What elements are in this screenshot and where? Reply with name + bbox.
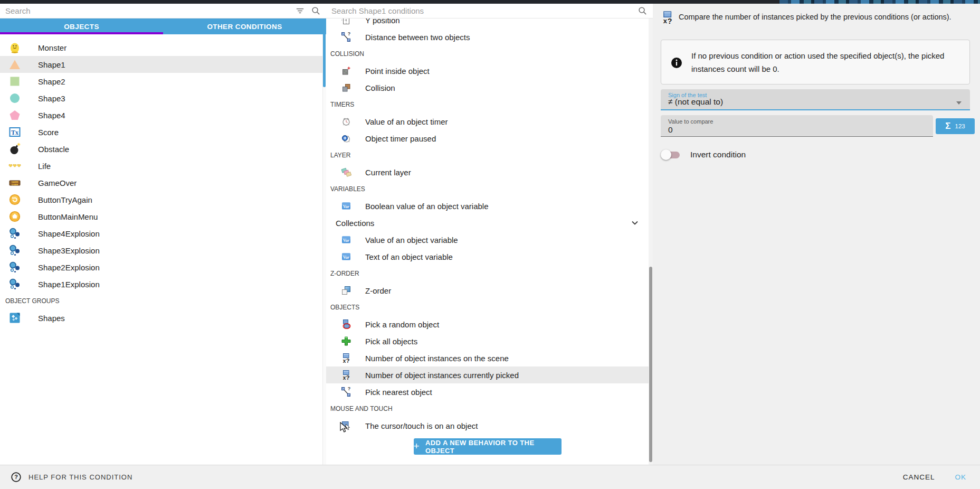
- invert-condition-label: Invert condition: [690, 150, 746, 159]
- sign-of-test-select[interactable]: Sign of the test ≠ (not equal to): [661, 89, 970, 110]
- background-window-icons: [779, 0, 980, 4]
- help-button[interactable]: ? HELP FOR THIS CONDITION: [11, 472, 132, 483]
- condition-item[interactable]: Point inside object: [326, 62, 649, 79]
- accordion-label: Collections: [336, 219, 374, 228]
- dialog-footer: ? HELP FOR THIS CONDITION CANCEL OK: [0, 465, 980, 489]
- condition-group-header: TIMERS: [326, 96, 649, 113]
- condition-item[interactable]: Value of an object timer: [326, 113, 649, 130]
- square-icon: [8, 75, 21, 88]
- condition-accordion-collections[interactable]: Collections: [326, 214, 649, 231]
- help-label: HELP FOR THIS CONDITION: [28, 473, 132, 481]
- condition-label: Collision: [365, 83, 395, 92]
- condition-label: Pick a random object: [365, 320, 439, 329]
- object-item[interactable]: Shape2Explosion: [0, 259, 323, 276]
- condition-label: Text of an object variable: [365, 252, 453, 261]
- condition-item[interactable]: VarValue of an object variable: [326, 231, 649, 248]
- svg-text:?: ?: [346, 374, 350, 380]
- condition-item[interactable]: ?Pick nearest object: [326, 383, 649, 400]
- object-item[interactable]: Monster: [0, 39, 323, 56]
- instances-count-icon: x?: [341, 370, 351, 380]
- value-to-compare-field[interactable]: Value to compare: [661, 115, 933, 137]
- instances-count-icon: x?: [341, 353, 351, 363]
- gameover-banner-icon: GAMEOVER: [8, 176, 21, 189]
- condition-label: Value of an object variable: [365, 236, 458, 245]
- condition-label: The cursor/touch is on an object: [365, 421, 478, 430]
- add-behavior-button[interactable]: +ADD A NEW BEHAVIOR TO THE OBJECT: [414, 438, 562, 455]
- object-item[interactable]: Shape4Explosion: [0, 225, 323, 242]
- search-icon[interactable]: [310, 6, 321, 16]
- condition-group-header: COLLISION: [326, 45, 649, 62]
- hearts-icon: [8, 159, 21, 172]
- object-item[interactable]: GAMEOVERGameOver: [0, 174, 323, 191]
- plus-icon: +: [414, 440, 420, 452]
- svg-text:Var: Var: [343, 204, 350, 209]
- condition-item[interactable]: VarBoolean value of an object variable: [326, 198, 649, 214]
- svg-text:?: ?: [346, 358, 350, 363]
- condition-item[interactable]: Pick all objects: [326, 333, 649, 350]
- object-group-item[interactable]: Shapes: [0, 309, 323, 326]
- condition-label: Pick nearest object: [365, 388, 432, 397]
- conditions-scrollbar-thumb[interactable]: [649, 267, 652, 462]
- object-label: ButtonMainMenu: [38, 212, 98, 221]
- object-item[interactable]: Life: [0, 157, 323, 174]
- object-item[interactable]: Shape1: [0, 56, 323, 73]
- condition-item[interactable]: Current layer: [326, 164, 649, 181]
- object-item[interactable]: Shape2: [0, 73, 323, 90]
- distance-icon: ?: [341, 32, 351, 42]
- object-label: Shape1: [38, 60, 65, 69]
- object-item[interactable]: Shape3Explosion: [0, 242, 323, 259]
- value-to-compare-input[interactable]: [668, 125, 921, 135]
- ok-button[interactable]: OK: [955, 473, 966, 481]
- condition-item[interactable]: The cursor/touch is on an object: [326, 417, 649, 434]
- object-label: Obstacle: [38, 145, 69, 154]
- cancel-button[interactable]: CANCEL: [903, 473, 935, 481]
- condition-group-header: OBJECTS: [326, 299, 649, 316]
- object-label: Monster: [38, 43, 66, 52]
- toggle-knob: [661, 149, 671, 160]
- conditions-panel: Y position?Distance between two objectsC…: [326, 4, 653, 465]
- object-label: Score: [38, 128, 59, 137]
- object-item[interactable]: Shape4: [0, 107, 323, 124]
- svg-text:?: ?: [14, 474, 18, 480]
- variable-icon: Var: [341, 234, 351, 245]
- condition-item[interactable]: Z-order: [326, 282, 649, 299]
- tab-other-conditions[interactable]: OTHER CONDITIONS: [163, 18, 326, 34]
- search-icon[interactable]: [637, 6, 648, 16]
- condition-label: Object timer paused: [365, 134, 436, 143]
- svg-text:?: ?: [348, 387, 351, 391]
- object-label: Shape3: [38, 94, 65, 103]
- condition-search-input[interactable]: [326, 6, 637, 15]
- object-group-icon: [8, 312, 21, 324]
- object-item[interactable]: ButtonMainMenu: [0, 208, 323, 225]
- pick-all-icon: [341, 336, 351, 346]
- condition-item[interactable]: VarText of an object variable: [326, 248, 649, 265]
- object-label: Shape4Explosion: [38, 229, 100, 238]
- object-item[interactable]: Shape3: [0, 90, 323, 107]
- condition-label: Current layer: [365, 168, 411, 177]
- tab-objects[interactable]: OBJECTS: [0, 18, 163, 34]
- condition-item[interactable]: ?Distance between two objects: [326, 29, 649, 45]
- collision-icon: [341, 82, 351, 93]
- condition-label: Point inside object: [365, 67, 430, 76]
- expression-editor-button[interactable]: Σ 123: [936, 118, 975, 134]
- object-item[interactable]: TxScore: [0, 124, 323, 140]
- object-item[interactable]: ButtonTryAgain: [0, 191, 323, 208]
- filter-icon[interactable]: [294, 6, 305, 16]
- sigma-icon: Σ: [945, 121, 950, 131]
- condition-item[interactable]: Pick a random object: [326, 316, 649, 333]
- object-item[interactable]: Obstacle: [0, 140, 323, 157]
- condition-label: Number of object instances on the scene: [365, 354, 509, 363]
- condition-item[interactable]: x?Number of object instances on the scen…: [326, 350, 649, 366]
- object-search-input[interactable]: [0, 6, 294, 15]
- value-to-compare-label: Value to compare: [668, 118, 713, 125]
- object-item[interactable]: Shape1Explosion: [0, 276, 323, 293]
- condition-item[interactable]: Object timer paused: [326, 130, 649, 147]
- objects-scrollbar-thumb[interactable]: [323, 20, 326, 87]
- timer-icon: [341, 116, 351, 127]
- condition-item[interactable]: x?Number of object instances currently p…: [326, 366, 649, 383]
- condition-item[interactable]: Collision: [326, 79, 649, 96]
- condition-label: Number of object instances currently pic…: [365, 371, 519, 380]
- timer-paused-icon: [341, 133, 351, 144]
- condition-label: Z-order: [365, 286, 391, 295]
- invert-condition-toggle[interactable]: [661, 149, 682, 160]
